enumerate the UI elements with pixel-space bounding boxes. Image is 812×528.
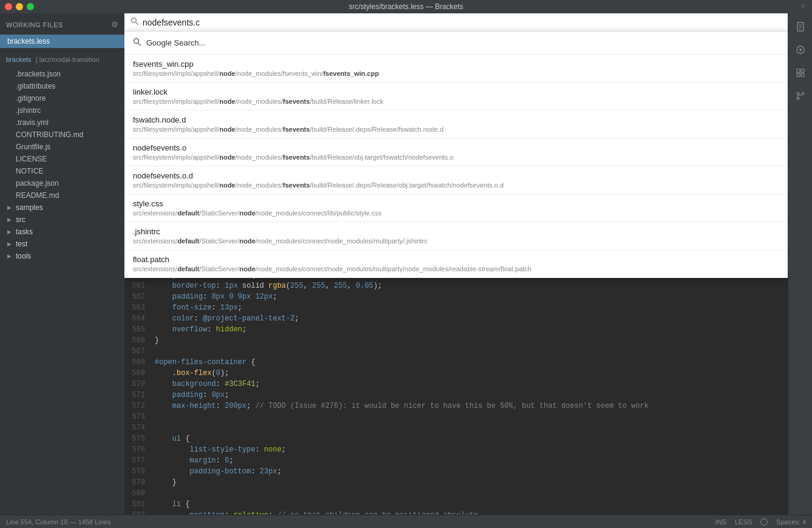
extension-icon[interactable] (790, 62, 811, 84)
file-tree-item-readme[interactable]: README.md (0, 189, 124, 201)
resize-handle[interactable]: ⇱ (800, 3, 807, 10)
result-path-4: src/filesystem/impls/appshell/node/node_… (133, 181, 779, 189)
project-header: brackets [ larz/modal-transition (0, 50, 124, 68)
file-tree-item-license[interactable]: LICENSE (0, 153, 124, 165)
search-input-inner (124, 13, 788, 31)
livepreview-icon[interactable] (790, 39, 811, 61)
folder-src[interactable]: ▶src (0, 214, 124, 226)
folder-tasks[interactable]: ▶tasks (0, 226, 124, 238)
code-line: 569 .box-flex(0); (124, 368, 788, 379)
folder-arrow-icon: ▶ (7, 229, 13, 235)
search-overlay: Google Search... fsevents_win.cpp src/fi… (124, 13, 788, 278)
result-path-0: src/filesystem/impls/appshell/node/node_… (133, 70, 779, 77)
svg-line-3 (138, 43, 141, 46)
search-input[interactable] (143, 18, 782, 27)
status-filetype[interactable]: LESS (735, 518, 752, 526)
code-line: 573 (124, 411, 788, 422)
maximize-button[interactable] (27, 3, 34, 10)
google-search-label: Google Search... (146, 38, 206, 47)
search-result-2[interactable]: fswatch.node.d src/filesystem/impls/apps… (124, 110, 788, 138)
svg-rect-13 (801, 73, 804, 76)
status-spaces[interactable]: Spaces: 4 (776, 518, 806, 526)
folder-test[interactable]: ▶test (0, 238, 124, 250)
svg-point-14 (797, 92, 799, 95)
search-result-7[interactable]: float.patch src/extensions/default/Stati… (124, 250, 788, 278)
file-tree-item-contributing[interactable]: CONTRIBUTING.md (0, 129, 124, 141)
minimize-button[interactable] (16, 3, 23, 10)
result-name-6: .jshintrc (133, 227, 779, 236)
traffic-lights[interactable] (5, 3, 34, 10)
file-tree-item-brackets-json[interactable]: .brackets.json (0, 68, 124, 80)
working-files-header: Working Files ⚙ (0, 13, 124, 35)
result-name-3: nodefsevents.o (133, 143, 779, 152)
titlebar: src/styles/brackets.less — Brackets ⇱ (0, 0, 812, 13)
file-tree-item-travis[interactable]: .travis.yml (0, 117, 124, 129)
spacer (7, 180, 13, 186)
spacer (7, 120, 13, 126)
result-path-7: src/extensions/default/StaticServer/node… (133, 265, 779, 272)
git-icon[interactable] (790, 85, 811, 107)
code-line: 563 font-size: 13px; (124, 302, 788, 313)
code-line: 566 } (124, 335, 788, 346)
code-line: 561 border-top: 1px solid rgba(255, 255,… (124, 280, 788, 291)
status-circle-icon[interactable] (760, 518, 768, 526)
code-line: 572 max-height: 200px; // TODO (Issue #2… (124, 401, 788, 411)
file-icon[interactable] (790, 16, 811, 38)
search-input-wrapper (124, 13, 788, 31)
spacer (7, 71, 13, 77)
code-line: 582 position: relative; // so that child… (124, 510, 788, 515)
file-tree-item-gruntfile[interactable]: Gruntfile.js (0, 141, 124, 153)
code-line: 567 (124, 346, 788, 357)
working-file-active[interactable]: brackets.less (0, 35, 124, 48)
result-name-7: float.patch (133, 255, 779, 264)
project-name[interactable]: brackets (6, 56, 32, 63)
folder-samples[interactable]: ▶samples (0, 201, 124, 214)
search-result-4[interactable]: nodefsevents.o.d src/filesystem/impls/ap… (124, 166, 788, 194)
file-tree-item-gitattributes[interactable]: .gitattributes (0, 80, 124, 92)
search-result-3[interactable]: nodefsevents.o src/filesystem/impls/apps… (124, 138, 788, 166)
code-line: 580 (124, 488, 788, 499)
file-tree-item-gitignore[interactable]: .gitignore (0, 92, 124, 104)
code-line: 574 (124, 422, 788, 433)
svg-point-15 (802, 92, 804, 95)
folder-tools[interactable]: ▶tools (0, 250, 124, 262)
file-tree-item-jshintrc[interactable]: .jshintrc (0, 104, 124, 117)
main-container: Working Files ⚙ brackets.less brackets [… (0, 13, 812, 515)
code-line: 565 overflow: hidden; (124, 324, 788, 335)
search-result-1[interactable]: linker.lock src/filesystem/impls/appshel… (124, 83, 788, 110)
spacer (7, 156, 13, 162)
code-line: 564 color: @project-panel-text-2; (124, 313, 788, 324)
result-path-1: src/filesystem/impls/appshell/node/node_… (133, 98, 779, 105)
editor-area: Google Search... fsevents_win.cpp src/fi… (124, 13, 788, 515)
result-path-3: src/filesystem/impls/appshell/node/node_… (133, 154, 779, 161)
result-name-2: fswatch.node.d (133, 115, 779, 124)
statusbar: Line 554, Column 18 — 1458 Lines INS LES… (0, 515, 812, 528)
result-path-5: src/extensions/default/StaticServer/node… (133, 209, 779, 217)
spacer (7, 192, 13, 198)
result-path-6: src/extensions/default/StaticServer/node… (133, 237, 779, 245)
spacer (7, 95, 13, 101)
window-title: src/styles/brackets.less — Brackets (349, 2, 464, 11)
working-files-title: Working Files (6, 21, 63, 29)
search-dropdown: Google Search... fsevents_win.cpp src/fi… (124, 31, 788, 278)
code-line: 568 #open-files-container { (124, 357, 788, 368)
status-position: Line 554, Column 18 — 1458 Lines (6, 518, 716, 526)
spacer (7, 107, 13, 113)
code-line: 576 list-style-type: none; (124, 444, 788, 455)
google-search-item[interactable]: Google Search... (124, 32, 788, 55)
search-icon (130, 17, 139, 27)
file-tree-item-package[interactable]: package.json (0, 177, 124, 189)
search-result-5[interactable]: style.css src/extensions/default/StaticS… (124, 194, 788, 222)
search-result-0[interactable]: fsevents_win.cpp src/filesystem/impls/ap… (124, 55, 788, 83)
folder-arrow-icon: ▶ (7, 253, 13, 259)
working-files-settings-icon[interactable]: ⚙ (111, 20, 118, 29)
file-tree-item-notice[interactable]: NOTICE (0, 165, 124, 177)
search-result-6[interactable]: .jshintrc src/extensions/default/StaticS… (124, 222, 788, 250)
working-file-name: brackets.less (7, 37, 50, 46)
svg-line-1 (136, 22, 138, 25)
svg-point-2 (134, 39, 139, 44)
sidebar: Working Files ⚙ brackets.less brackets [… (0, 13, 124, 515)
close-button[interactable] (5, 3, 12, 10)
status-ins[interactable]: INS (716, 518, 726, 526)
code-line: 570 background: #3C3F41; (124, 379, 788, 390)
